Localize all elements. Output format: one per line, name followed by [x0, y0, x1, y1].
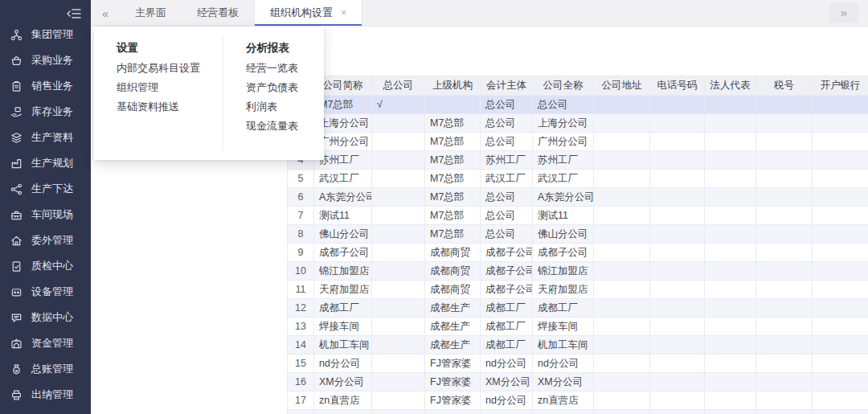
table-cell	[425, 96, 481, 114]
row-number-cell: 11	[288, 281, 314, 299]
column-header[interactable]: 会计主体	[481, 76, 533, 96]
row-number-cell: 6	[288, 188, 314, 207]
table-row[interactable]: 10锦江加盟店成都商贸成都子公司锦江加盟店	[288, 262, 868, 281]
column-header[interactable]: 总公司	[372, 76, 425, 96]
table-row[interactable]: 2上海分公司M7总部总公司上海分公司	[288, 114, 868, 133]
sidebar-item-data-center[interactable]: 数据中心	[0, 305, 91, 330]
table-row[interactable]: 1M7总部√总公司总公司	[288, 96, 868, 114]
table-cell: M7总部	[425, 133, 481, 151]
table-cell: XM分公司	[481, 373, 533, 391]
table-cell	[372, 299, 425, 318]
tab-main[interactable]: 主界面	[120, 0, 182, 26]
table-cell	[813, 151, 868, 170]
sidebar-item-production-data[interactable]: 生产资料	[0, 125, 91, 150]
table-row[interactable]: 4苏州工厂M7总部苏州工厂苏州工厂	[288, 151, 868, 170]
table-row[interactable]: 9成都子公司成都商贸成都子公司成都子公司	[288, 244, 868, 262]
sidebar-item-inventory[interactable]: 库存业务	[0, 99, 91, 125]
sidebar-item-label: 设备管理	[31, 285, 73, 299]
menu-item[interactable]: 组织管理	[117, 78, 218, 97]
column-header[interactable]: 上级机构	[425, 76, 481, 96]
share-nodes-icon	[10, 182, 23, 196]
sidebar-item-workshop[interactable]: 车间现场	[0, 202, 91, 227]
table-cell	[372, 391, 425, 410]
table-cell	[594, 281, 650, 299]
sidebar-item-production-planning[interactable]: 生产规划	[0, 150, 91, 176]
column-header[interactable]: 电话号码	[650, 76, 705, 96]
table-row[interactable]: 16XM分公司FJ管家婆XM分公司XM分公司	[288, 373, 868, 391]
tabs-scroll-left-button[interactable]: «	[91, 0, 120, 26]
table-cell	[594, 410, 650, 414]
tab-business-dashboard[interactable]: 经营看板	[182, 0, 254, 26]
sidebar-item-label: 委外管理	[31, 233, 73, 248]
row-number-cell: 9	[288, 244, 314, 262]
tabs-scroll-right-button[interactable]: »	[829, 2, 858, 23]
table-row[interactable]: 12成都工厂成都生产成都工厂成都工厂	[288, 299, 868, 318]
sidebar-item-production-dispatch[interactable]: 生产下达	[0, 176, 91, 202]
column-header[interactable]: 法人代表	[705, 76, 756, 96]
tab-org-settings[interactable]: 组织机构设置×	[254, 0, 362, 26]
table-row[interactable]: 5武汉工厂M7总部武汉工厂武汉工厂	[288, 170, 868, 188]
collapse-sidebar-button[interactable]	[64, 6, 84, 22]
table-cell: A东莞分公司	[533, 188, 594, 207]
table-row[interactable]: 13焊接车间成都生产成都工厂焊接车间	[288, 318, 868, 336]
table-cell	[594, 114, 650, 133]
table-row[interactable]: 8佛山分公司M7总部总公司佛山分公司	[288, 225, 868, 244]
sidebar-nav: 集团管理采购业务销售业务库存业务生产资料生产规划生产下达车间现场委外管理质检中心…	[0, 22, 91, 408]
table-row[interactable]: 11天府加盟店成都商贸成都子公司天府加盟店	[288, 281, 868, 299]
table-cell: A东莞分公司	[314, 188, 372, 207]
column-header[interactable]: 税号	[756, 76, 813, 96]
table-cell: 成都工厂	[481, 299, 533, 318]
table-cell	[650, 355, 705, 373]
column-header[interactable]: 公司地址	[594, 76, 650, 96]
menu-item[interactable]: 基础资料推送	[117, 97, 218, 117]
tab-label: 主界面	[135, 6, 166, 20]
sidebar-item-funds-management[interactable]: 资金管理	[0, 330, 91, 356]
sidebar-item-equipment-management[interactable]: 设备管理	[0, 279, 91, 305]
menu-item[interactable]: 利润表	[246, 97, 319, 117]
sidebar-item-outsourcing[interactable]: 委外管理	[0, 227, 91, 253]
table-cell: M7总部	[425, 151, 481, 170]
table-row[interactable]: 14机加工车间成都生产成都工厂机加工车间	[288, 336, 868, 355]
table-row[interactable]: 6A东莞分公司M7总部总公司A东莞分公司	[288, 188, 868, 207]
column-header[interactable]: 公司全称	[533, 76, 594, 96]
layers-icon	[10, 131, 23, 145]
table-cell: 天府加盟店	[314, 281, 372, 299]
menu-item[interactable]: 经营一览表	[246, 59, 319, 78]
table-cell	[756, 410, 813, 414]
table-row[interactable]: 17zn直营店FJ管家婆nd分公司zn直营店	[288, 391, 868, 410]
table-cell: nd分公司	[314, 355, 372, 373]
table-cell: 测试11	[533, 207, 594, 225]
table-cell	[650, 244, 705, 262]
table-row[interactable]: 15nd分公司FJ管家婆nd分公司nd分公司	[288, 355, 868, 373]
table-row[interactable]: 3广州分公司M7总部总公司广州分公司	[288, 133, 868, 151]
sidebar-item-quality-center[interactable]: 质检中心	[0, 253, 91, 279]
table-cell	[813, 373, 868, 391]
menu-item[interactable]: 资产负债表	[246, 78, 319, 97]
sidebar-item-purchasing[interactable]: 采购业务	[0, 47, 91, 73]
sidebar-item-group-management[interactable]: 集团管理	[0, 22, 91, 47]
table-cell	[705, 114, 756, 133]
table-cell	[372, 188, 425, 207]
table-cell	[650, 133, 705, 151]
tabs: 主界面经营看板组织机构设置×	[120, 0, 362, 26]
data-bubble-icon	[10, 311, 23, 325]
table-cell: 成都商贸	[425, 244, 481, 262]
table-cell: 总公司	[533, 96, 594, 114]
menu-item[interactable]: 现金流量表	[246, 117, 319, 136]
table-cell	[705, 391, 756, 410]
table-row[interactable]	[288, 410, 868, 414]
column-header[interactable]: 开户银行	[813, 76, 868, 96]
menu-section: 分析报表经营一览表资产负债表利润表现金流量表	[223, 27, 324, 160]
menu-item[interactable]: 内部交易科目设置	[117, 59, 218, 78]
table-cell: √	[372, 96, 425, 114]
table-cell: 成都工厂	[481, 318, 533, 336]
sidebar-item-sales[interactable]: 销售业务	[0, 73, 91, 99]
table-row[interactable]: 7测试11M7总部总公司测试11	[288, 207, 868, 225]
table-cell	[756, 244, 813, 262]
table-cell: 成都工厂	[533, 299, 594, 318]
tab-close-icon[interactable]: ×	[341, 8, 346, 18]
sidebar-item-general-ledger[interactable]: 总账管理	[0, 356, 91, 382]
table-cell: XM分公司	[533, 373, 594, 391]
sidebar-item-cashier-management[interactable]: 出纳管理	[0, 382, 91, 408]
table-cell	[372, 151, 425, 170]
